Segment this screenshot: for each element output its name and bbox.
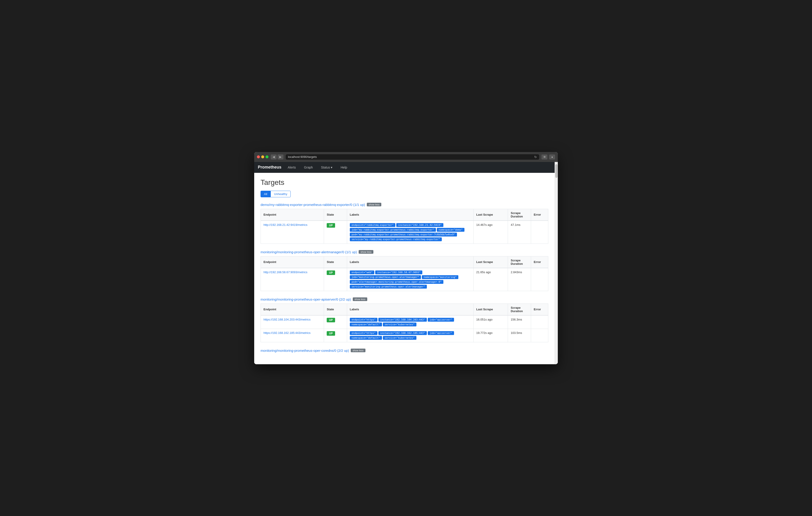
label-badge: endpoint="https" [350,318,377,322]
th-state-3: State [324,304,347,315]
label-badge: namespace="default" [350,323,382,326]
th-scrape-duration-1: Scrape Duration [508,209,531,221]
endpoint-cell: http://192.168.58.67:9093/metrics [261,268,324,291]
state-badge: UP [327,331,335,336]
label-badge: instance="192.168.162.185:443" [378,331,427,335]
close-button[interactable] [257,155,260,158]
error-cell [531,221,548,244]
target-group-4-header: monitoring/monitoring-prometheus-oper-co… [261,348,548,353]
extension-icon-1[interactable]: ⊞ [542,154,547,159]
address-bar[interactable] [288,155,532,158]
th-last-scrape-2: Last Scrape [473,256,508,268]
scrollbar-thumb[interactable] [555,164,557,178]
last-scrape-cell: 14.467s ago [473,221,508,244]
target-group-2: monitoring/monitoring-prometheus-oper-al… [261,250,548,291]
label-badge: service="kubernetes" [383,323,416,326]
last-scrape-cell: 19.772s ago [473,329,508,342]
nav-alerts[interactable]: Alerts [286,165,298,170]
th-labels-1: Labels [347,209,473,221]
table-row: http://192.168.58.67:9093/metrics UP end… [261,268,548,291]
back-button[interactable]: ◀ [271,154,277,159]
target-group-4-title[interactable]: monitoring/monitoring-prometheus-oper-co… [261,348,349,353]
target-group-3-show-less[interactable]: show less [353,297,367,301]
target-group-4: monitoring/monitoring-prometheus-oper-co… [261,348,548,353]
scrape-duration-cell: 103.5ms [508,329,531,342]
th-state-2: State [324,256,347,268]
label-badge: namespace="monitoring" [422,275,459,279]
th-endpoint-1: Endpoint [261,209,324,221]
endpoint-link[interactable]: https://192.168.104.203:443/metrics [263,318,310,321]
label-badge: service="kubernetes" [383,336,416,340]
last-scrape-cell: 21.65s ago [473,268,508,291]
label-badge: instance="192.168.21.42:9419" [396,223,443,227]
th-error-3: Error [531,304,548,315]
target-group-3: monitoring/monitoring-prometheus-oper-ap… [261,297,548,342]
minimize-button[interactable] [261,155,264,158]
target-group-3-table: Endpoint State Labels Last Scrape Scrape… [261,304,548,342]
th-endpoint-3: Endpoint [261,304,324,315]
labels-cell: endpoint="https" instance="192.168.162.1… [347,329,473,342]
label-badge: instance="192.168.58.67:9093" [375,270,422,274]
scrollbar[interactable] [555,162,558,364]
labels-cell: endpoint="rabbitmq-exporter" instance="1… [347,221,473,244]
target-group-2-title[interactable]: monitoring/monitoring-prometheus-oper-al… [261,250,357,254]
target-group-1-header: demo/my-rabbitmq-exporter-prometheus-rab… [261,203,548,207]
label-badge: namespace="default" [350,336,382,340]
th-error-2: Error [531,256,548,268]
nav-graph[interactable]: Graph [302,165,315,170]
state-badge: UP [327,270,335,275]
target-group-1-title[interactable]: demo/my-rabbitmq-exporter-prometheus-rab… [261,203,365,207]
extension-icon-2[interactable]: ● [549,154,555,159]
nav-help[interactable]: Help [339,165,349,170]
traffic-lights [257,155,268,158]
scrape-duration-cell: 2.843ms [508,268,531,291]
browser-window: ◀ ▶ ↻ ⊞ ● Prometheus Alerts Graph Status… [254,152,558,364]
page-body: Targets All Unhealthy demo/my-rabbitmq-e… [254,173,555,364]
label-badge: service="monitoring-prometheus-oper-aler… [350,285,427,289]
state-cell: UP [324,268,347,291]
prometheus-brand[interactable]: Prometheus [258,165,281,170]
error-cell [531,329,548,342]
table-row: https://192.168.162.185:443/metrics UP e… [261,329,548,342]
target-group-4-show-less[interactable]: show less [351,348,365,352]
labels-container: endpoint="rabbitmq-exporter" instance="1… [350,223,470,241]
filter-unhealthy-button[interactable]: Unhealthy [270,191,291,197]
reload-button[interactable]: ↻ [534,155,537,159]
nav-buttons: ◀ ▶ [271,154,284,159]
nav-status-dropdown[interactable]: Status ▾ [319,165,335,170]
endpoint-cell: http://192.168.21.42:9419/metrics [261,221,324,244]
filter-all-button[interactable]: All [261,191,270,197]
th-endpoint-2: Endpoint [261,256,324,268]
target-group-3-title[interactable]: monitoring/monitoring-prometheus-oper-ap… [261,297,351,301]
target-group-1: demo/my-rabbitmq-exporter-prometheus-rab… [261,203,548,244]
target-group-3-header: monitoring/monitoring-prometheus-oper-ap… [261,297,548,301]
th-labels-3: Labels [347,304,473,315]
endpoint-link[interactable]: http://192.168.21.42:9419/metrics [263,223,308,226]
page-title: Targets [261,178,548,187]
th-scrape-duration-2: Scrape Duration [508,256,531,268]
th-state-1: State [324,209,347,221]
target-group-2-table: Endpoint State Labels Last Scrape Scrape… [261,256,548,291]
label-badge: job="monitoring-prometheus-oper-alertman… [350,275,421,279]
th-last-scrape-1: Last Scrape [473,209,508,221]
label-badge: job="apiserver" [428,331,454,335]
th-scrape-duration-3: Scrape Duration [508,304,531,315]
endpoint-link[interactable]: https://192.168.162.185:443/metrics [263,331,310,335]
nav-status-label: Status [321,165,330,169]
label-badge: namespace="demo" [437,228,464,232]
browser-chrome: ◀ ▶ ↻ ⊞ ● [254,152,558,162]
maximize-button[interactable] [265,155,268,158]
nav-status-caret: ▾ [331,165,332,169]
forward-button[interactable]: ▶ [278,154,284,159]
th-error-1: Error [531,209,548,221]
endpoint-link[interactable]: http://192.168.58.67:9093/metrics [263,270,308,274]
target-group-1-show-less[interactable]: show less [367,203,381,206]
scrape-duration-cell: 47.1ms [508,221,531,244]
last-scrape-cell: 16.051s ago [473,315,508,329]
target-group-2-show-less[interactable]: show less [359,250,373,254]
filter-buttons: All Unhealthy [261,191,548,197]
table-row: https://192.168.104.203:443/metrics UP e… [261,315,548,329]
toolbar-icons: ⊞ ● [542,154,555,159]
target-group-1-table: Endpoint State Labels Last Scrape Scrape… [261,209,548,244]
scrape-duration-cell: 156.3ms [508,315,531,329]
